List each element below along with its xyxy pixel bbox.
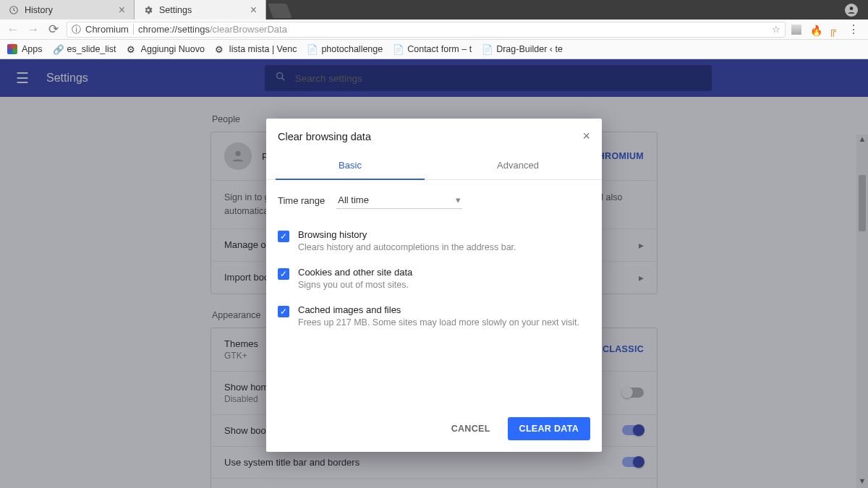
option-title: Cached images and files [298,304,579,315]
bookmark-apps[interactable]: Apps [7,44,43,54]
time-range-label: Time range [278,195,325,206]
apps-icon [7,44,17,54]
bookmark-item[interactable]: 📄Drag-Builder ‹ te [482,44,563,54]
bookmark-item[interactable]: ⚙lista mista | Venc [215,44,297,54]
dialog-title: Clear browsing data [278,131,371,142]
bookmark-icon: 🔗 [53,44,63,54]
option-sub: Clears history and autocompletions in th… [298,242,516,252]
history-icon [9,5,19,15]
extension-icons: 🔥 ╔ ⋮ [791,22,862,36]
option-title: Browsing history [298,229,516,240]
tab-basic[interactable]: Basic [266,153,434,179]
url-text: chrome://settings/clearBrowserData [138,24,287,35]
menu-icon[interactable]: ⋮ [848,22,859,36]
account-icon[interactable] [845,4,858,17]
bookmark-item[interactable]: ⚙Aggiungi Nuovo [127,44,205,54]
forward-button[interactable]: → [26,22,41,37]
bookmark-item[interactable]: 🔗es_slide_list [53,44,116,54]
tab-label: History [25,5,53,15]
reload-button[interactable]: ⟳ [46,22,61,37]
extension-icon[interactable]: ╔ [829,25,839,35]
clear-browsing-data-dialog: Clear browsing data × Basic Advanced Tim… [266,119,602,452]
option-sub: Frees up 217 MB. Some sites may load mor… [298,317,579,328]
browser-toolbar: ← → ⟳ ⓘ Chromium chrome://settings/clear… [0,20,868,40]
tab-advanced[interactable]: Advanced [434,153,602,179]
chevron-down-icon: ▾ [456,194,461,205]
close-icon[interactable]: × [582,129,590,144]
extension-icon[interactable]: 🔥 [810,25,820,35]
time-range-select[interactable]: All time ▾ [336,192,462,209]
option-title: Cookies and other site data [298,267,412,278]
bookmark-item[interactable]: 📄photochallenge [307,44,383,54]
info-icon[interactable]: ⓘ [72,23,81,36]
dialog-tabs: Basic Advanced [266,153,602,180]
new-tab-button[interactable] [268,4,292,18]
tab-history[interactable]: History × [0,0,135,20]
back-button[interactable]: ← [6,22,20,37]
bookmark-item[interactable]: 📄Contact form – t [393,44,472,54]
tab-settings[interactable]: Settings × [135,0,266,20]
close-icon[interactable]: × [119,4,125,16]
clear-data-button[interactable]: CLEAR DATA [508,417,590,440]
checkbox-checked-icon[interactable]: ✓ [278,231,289,242]
bookmark-icon: ⚙ [215,44,225,54]
url-origin-chip: Chromium [85,24,134,35]
checkbox-checked-icon[interactable]: ✓ [278,268,289,280]
bookmarks-bar: Apps 🔗es_slide_list ⚙Aggiungi Nuovo ⚙lis… [0,40,868,59]
window-titlebar: History × Settings × [0,0,868,20]
bookmark-icon: 📄 [393,44,403,54]
bookmark-icon: 📄 [307,44,317,54]
cancel-button[interactable]: CANCEL [444,417,498,440]
bookmark-icon: 📄 [482,44,492,54]
bookmark-star-icon[interactable]: ☆ [772,24,780,35]
gear-icon [143,5,153,15]
extension-icon[interactable] [791,25,801,35]
option-sub: Signs you out of most sites. [298,280,412,290]
option-browsing-history[interactable]: ✓ Browsing history Clears history and au… [278,222,590,260]
close-icon[interactable]: × [250,4,257,16]
checkbox-checked-icon[interactable]: ✓ [278,306,289,317]
option-cookies[interactable]: ✓ Cookies and other site data Signs you … [278,260,590,297]
time-range-value: All time [338,194,369,205]
address-bar[interactable]: ⓘ Chromium chrome://settings/clearBrowse… [67,22,786,38]
svg-point-1 [850,7,854,10]
option-cache[interactable]: ✓ Cached images and files Frees up 217 M… [278,297,590,335]
bookmark-icon: ⚙ [127,44,137,54]
tab-label: Settings [159,5,192,15]
